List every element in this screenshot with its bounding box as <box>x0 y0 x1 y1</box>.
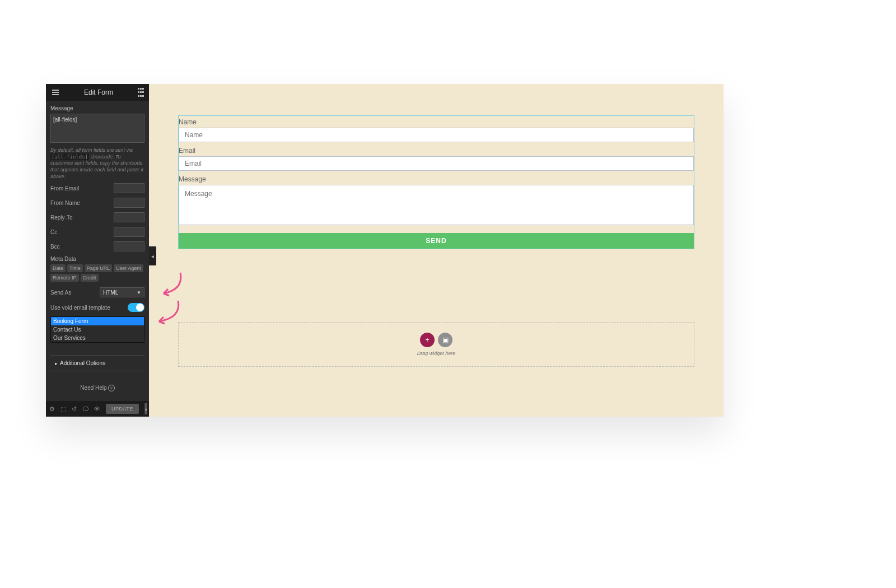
tag-useragent[interactable]: User Agent <box>114 264 143 272</box>
editor-canvas: Name Email Message SEND + ▣ Drag widget … <box>149 84 724 417</box>
send-as-row: Send As HTML▼ <box>50 287 144 297</box>
dropzone-text: Drag widget here <box>417 351 456 356</box>
reply-to-row: Reply-To <box>50 212 144 222</box>
sidebar-header: Edit Form <box>46 84 149 101</box>
from-email-row: From Email <box>50 183 144 193</box>
tag-time[interactable]: Time <box>67 264 83 272</box>
editor-sidebar: Edit Form Message [all-fields] By defaul… <box>46 84 149 417</box>
history-icon[interactable]: ↺ <box>72 405 77 413</box>
update-caret[interactable]: ▴ <box>144 403 147 414</box>
settings-icon[interactable]: ⚙ <box>49 405 55 413</box>
cc-input[interactable] <box>114 227 144 237</box>
additional-options[interactable]: Additional Options <box>50 355 144 371</box>
name-label: Name <box>179 118 694 126</box>
update-button[interactable]: UPDATE <box>106 404 139 414</box>
send-button[interactable]: SEND <box>179 233 694 249</box>
dropdown-option-services[interactable]: Our Services <box>51 334 144 342</box>
use-void-toggle[interactable] <box>128 303 144 312</box>
tag-remoteip[interactable]: Remote IP <box>50 274 79 282</box>
bcc-input[interactable] <box>114 241 144 251</box>
meta-tags: Date Time Page URL User Agent Remote IP … <box>50 264 144 282</box>
grid-icon[interactable] <box>137 87 144 97</box>
tag-pageurl[interactable]: Page URL <box>85 264 113 272</box>
hint-text: By default, all form fields are sent via <box>50 147 133 153</box>
hint-code: [all-fields] <box>50 153 89 160</box>
email-input[interactable] <box>179 156 694 171</box>
chevron-down-icon: ▼ <box>137 290 141 295</box>
form-widget[interactable]: Name Email Message SEND <box>178 115 694 249</box>
app-container: Edit Form Message [all-fields] By defaul… <box>46 84 724 417</box>
drop-zone[interactable]: + ▣ Drag widget here <box>178 322 694 367</box>
dropdown-option-booking[interactable]: Booking Form <box>51 317 144 325</box>
meta-label: Meta Data <box>50 256 144 262</box>
tag-credit[interactable]: Credit <box>81 274 99 282</box>
need-help[interactable]: Need Help? <box>50 385 144 391</box>
template-library-button[interactable]: ▣ <box>438 333 452 347</box>
dropdown-option-contact[interactable]: Contact Us <box>51 325 144 334</box>
add-widget-button[interactable]: + <box>420 333 435 347</box>
folder-icon: ▣ <box>442 336 449 344</box>
help-icon: ? <box>108 385 115 391</box>
sidebar-scroll: Message [all-fields] By default, all for… <box>46 101 149 401</box>
panel-title: Edit Form <box>60 88 137 96</box>
dropzone-buttons: + ▣ <box>420 333 452 347</box>
from-name-input[interactable] <box>114 198 144 208</box>
cc-row: Cc <box>50 227 144 237</box>
collapse-handle[interactable]: ◂ <box>149 246 156 265</box>
tag-date[interactable]: Date <box>50 264 66 272</box>
send-as-select[interactable]: HTML▼ <box>100 287 144 297</box>
sidebar-footer: ⚙ ⬚ ↺ 🖵 👁 UPDATE ▴ <box>46 401 149 417</box>
menu-icon[interactable] <box>50 87 60 97</box>
message-hint: By default, all form fields are sent via… <box>50 147 144 180</box>
message-label: Message <box>50 105 144 111</box>
message-input[interactable] <box>179 185 694 225</box>
name-input[interactable] <box>179 128 694 142</box>
void-template-dropdown: Booking Form Contact Us Our Services <box>50 316 144 343</box>
email-label: Email <box>179 147 694 155</box>
responsive-icon[interactable]: 🖵 <box>82 405 88 412</box>
bcc-row: Bcc <box>50 241 144 251</box>
from-name-row: From Name <box>50 198 144 208</box>
layers-icon[interactable]: ⬚ <box>60 405 66 413</box>
message-textarea[interactable]: [all-fields] <box>50 114 144 143</box>
use-void-row: Use void email template <box>50 303 144 312</box>
message-form-label: Message <box>179 175 694 183</box>
reply-to-input[interactable] <box>114 212 144 222</box>
preview-icon[interactable]: 👁 <box>94 405 100 412</box>
from-email-input[interactable] <box>114 183 144 193</box>
